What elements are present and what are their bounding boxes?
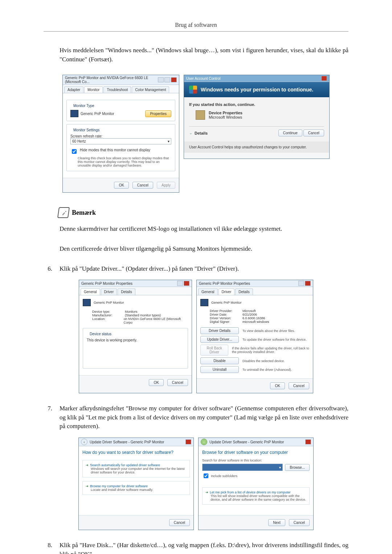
tab-general[interactable]: General [198,288,218,295]
ok-button[interactable]: OK [149,379,163,386]
properties-button[interactable]: Properties [145,110,171,117]
tab-details[interactable]: Details [118,288,135,295]
apply-button[interactable]: Apply [157,182,175,189]
path-combobox[interactable]: ▾ [202,464,283,471]
refresh-rate-select[interactable]: 60 Hertz▾ [70,138,171,144]
uac-if-started: If you started this action, continue. [189,102,324,107]
wizard-search-screenshot: ‹ Update Driver Software - Generic PnP M… [78,438,194,530]
search-location-label: Search for driver software in this locat… [202,459,310,462]
note-text-2: Den certificerede driver bliver tilgænge… [44,245,348,254]
device-type-value: Monitors [125,310,138,313]
driver-provider-value: Microsoft [242,309,256,313]
rollback-driver-button[interactable]: Roll Back Driver [200,345,228,356]
include-subfolders-checkbox[interactable] [204,473,208,478]
monitor-icon [70,110,78,117]
window-controls [158,77,177,82]
monitor-name: Generic PnP Monitor [81,112,114,116]
chevron-down-icon: ▾ [168,139,170,143]
disable-desc: Disables the selected device. [242,359,285,363]
tab-adapter[interactable]: Adapter [64,86,83,93]
disable-button[interactable]: Disable [200,357,239,364]
ok-button[interactable]: OK [270,382,285,389]
update-driver-button[interactable]: Update Driver... [200,336,239,343]
driver-date-value: 6/21/2006 [242,313,257,316]
wizard-browse-screenshot: ‹ Update Driver Software - Generic PnP M… [198,438,314,530]
uninstall-button[interactable]: Uninstall [200,366,239,373]
device-status-text: This device is working properly. [87,338,184,342]
tab-color-management[interactable]: Color Management [132,86,169,93]
close-icon [185,439,191,444]
shield-icon [189,86,197,94]
arrow-right-icon: ➔ [86,484,89,488]
cancel-button[interactable]: Cancel [303,130,324,136]
step-number: 8. [44,541,52,554]
wiz-right-title: Update Driver Software - Generic PnP Mon… [209,440,284,444]
props-general-screenshot: Generic PnP Monitor Properties General D… [79,280,192,393]
monitor-dialog-title: Generic PnP Monitor and NVIDIA GeForce 6… [65,76,158,84]
wiz-opt-auto-desc: Windows will search your computer and th… [91,467,187,474]
continue-button[interactable]: Continue [278,130,302,136]
monitor-type-label: Monitor Type [72,104,96,108]
back-icon[interactable]: ‹ [201,439,207,445]
monitor-icon [200,299,208,306]
close-icon [305,439,311,444]
close-icon [184,281,189,286]
rollback-driver-desc: If the device fails after updating the d… [232,346,309,354]
uac-dialog-screenshot: User Account Control Windows needs your … [184,75,330,159]
props-left-name: Generic PnP Monitor [94,301,124,304]
tab-general[interactable]: General [81,288,100,295]
close-icon [171,77,177,82]
wiz-left-title: Update Driver Software - Generic PnP Mon… [90,440,164,444]
hide-modes-checkbox[interactable] [72,149,77,154]
step8-text: Klik på "Have Disk..." (Har diskette/cd…… [60,541,348,554]
back-icon[interactable]: ‹ [81,439,87,445]
cancel-button[interactable]: Cancel [169,519,190,526]
driver-details-button[interactable]: Driver Details [200,327,239,334]
page-header-title: Brug af softwaren [44,22,348,28]
uac-item-title: Device Properties [209,111,242,115]
arrow-right-icon: ➔ [205,491,208,494]
note-label: Bemærk [72,209,96,217]
tab-driver[interactable]: Driver [219,288,235,295]
note-text-1: Denne skærmdriver har certificeret MS-lo… [44,225,348,234]
cancel-button[interactable]: Cancel [132,182,153,189]
tab-monitor[interactable]: Monitor [84,86,103,93]
pick-from-list[interactable]: ➔Let me pick from a list of device drive… [205,491,306,494]
browse-button[interactable]: Browse... [285,464,310,471]
intro-text: Hvis meddelelsen "Windows needs..." (Win… [44,46,348,64]
tab-driver[interactable]: Driver [101,288,117,295]
location-label: Location: [92,317,124,324]
cancel-button[interactable]: Cancel [289,519,310,526]
digital-signer-value: microsoft windows [242,320,269,324]
monitor-dialog-screenshot: Generic PnP Monitor and NVIDIA GeForce 6… [62,75,179,193]
ok-button[interactable]: OK [114,182,128,189]
tab-troubleshoot[interactable]: Troubleshoot [103,86,131,93]
props-right-title: Generic PnP Monitor Properties [199,282,250,286]
monitor-icon [83,299,91,306]
cancel-button[interactable]: Cancel [289,382,309,389]
hide-modes-desc: Clearing this check box allows you to se… [78,156,171,167]
device-status-label: Device status [88,332,113,336]
driver-date-label: Driver Date: [210,313,242,316]
cancel-button[interactable]: Cancel [167,379,188,386]
wiz-left-heading: How do you want to search for driver sof… [82,450,190,455]
pick-from-list-desc: This list will show installed driver sof… [211,494,306,501]
wiz-opt-auto[interactable]: ➔Search automatically for updated driver… [86,463,187,467]
tab-details[interactable]: Details [235,288,253,295]
props-left-title: Generic PnP Monitor Properties [81,282,132,286]
manufacturer-label: Manufacturer: [92,313,125,317]
uac-details[interactable]: Details [195,131,208,135]
props-right-name: Generic PnP Monitor [211,301,241,304]
wiz-opt-browse[interactable]: ➔Browse my computer for driver software [86,484,187,488]
step7-text: Marker afkrydsningsfeltet "Browse my com… [60,404,348,431]
chevron-down-icon: ⌄ [189,131,192,135]
next-button[interactable]: Next [268,519,285,526]
device-type-label: Device type: [92,310,125,313]
driver-provider-label: Driver Provider: [210,309,242,313]
driver-details-desc: To view details about the driver files. [242,329,295,333]
props-driver-screenshot: Generic PnP Monitor Properties General D… [196,280,313,393]
header-rule [44,31,348,32]
close-icon [305,281,311,286]
step6-text: Klik på "Update Driver..." (Opdater driv… [60,264,348,274]
hide-modes-label: Hide modes that this monitor cannot disp… [80,148,150,152]
